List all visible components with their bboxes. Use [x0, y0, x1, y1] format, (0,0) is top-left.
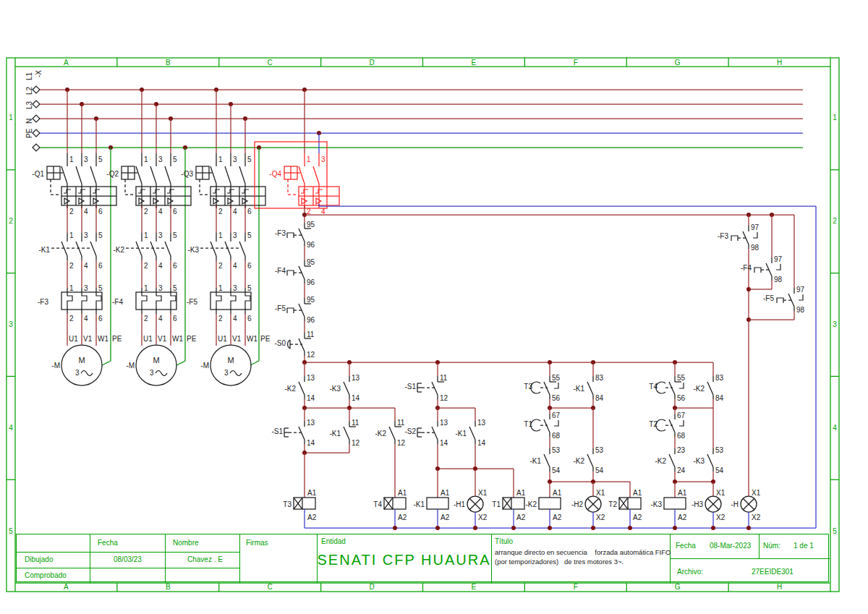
- terminal-label: 14: [440, 439, 448, 447]
- symbol-path: [96, 292, 101, 307]
- terminal-label: 1: [218, 155, 223, 163]
- col-label: E: [472, 59, 477, 67]
- device-label: T1: [492, 500, 501, 508]
- terminal-label: 2: [69, 315, 74, 323]
- terminal-label: 97: [774, 255, 783, 263]
- terminal-label: 97: [796, 286, 805, 294]
- terminal-label: 5: [247, 155, 252, 163]
- row-label: 3: [833, 320, 837, 328]
- terminal-label: A2: [633, 513, 642, 521]
- terminal-label: 11: [397, 419, 405, 427]
- terminal-label: 2: [218, 315, 223, 323]
- terminal-label: 3: [233, 155, 237, 163]
- wire: [299, 166, 305, 184]
- terminal-label: 83: [595, 374, 604, 382]
- terminal-label: 68: [552, 432, 561, 440]
- symbol-path: [142, 292, 147, 307]
- wire: [544, 419, 550, 432]
- device-label: -F5: [763, 294, 774, 302]
- row-label: 4: [9, 424, 13, 432]
- symbol-path: [33, 86, 40, 93]
- terminal-label: 3: [233, 284, 237, 292]
- label: PE: [112, 335, 122, 343]
- symbol-path: [156, 371, 167, 376]
- junction-dot: [628, 526, 632, 530]
- device-label: -K2: [693, 385, 705, 393]
- label: PE: [187, 335, 197, 343]
- junction-dot: [746, 526, 751, 530]
- terminal-label: 84: [595, 394, 604, 402]
- motor-circle: [210, 345, 251, 385]
- wire: [90, 166, 96, 184]
- device-label: -F4: [275, 267, 286, 275]
- wire: [225, 166, 231, 184]
- terminal-label: 56: [677, 394, 686, 402]
- terminal-label: 3: [158, 231, 163, 239]
- outline: [427, 498, 448, 509]
- col-label: F: [574, 59, 578, 67]
- col-label: G: [675, 59, 681, 67]
- terminal-label: 96: [307, 278, 315, 286]
- motor-letter: M: [227, 356, 234, 364]
- wire: [102, 361, 111, 365]
- tb-divider: [239, 534, 240, 583]
- terminal-label: A2: [516, 513, 526, 521]
- terminal-label: 1: [218, 231, 223, 239]
- tb-divider: [670, 558, 830, 559]
- terminal-label: 3: [158, 284, 163, 292]
- wire: [544, 382, 550, 395]
- terminal-label: 98: [774, 276, 783, 283]
- symbol-path: [231, 292, 236, 307]
- col-label: H: [777, 583, 782, 591]
- tb-archivo-label: Archivo:: [677, 568, 703, 576]
- tb-dibujado-nombre: Chavez . E: [187, 555, 223, 563]
- terminal-label: 24: [677, 466, 686, 474]
- device-label: -K1: [455, 430, 467, 438]
- wire: [669, 382, 675, 395]
- symbol-path: [33, 101, 40, 108]
- rung-d-k3-sequence: 5556T48384-K26768T22324-K25354-K3: [649, 362, 723, 498]
- wire: [136, 166, 142, 184]
- device-label: -K2: [375, 430, 386, 438]
- device-label: -Q3: [181, 170, 193, 178]
- wire: [544, 454, 550, 467]
- col-label: H: [777, 59, 782, 67]
- terminal-label: A2: [678, 513, 687, 521]
- device-label: -Q2: [106, 170, 119, 178]
- wire: [90, 242, 96, 256]
- label: -X: [35, 70, 43, 77]
- device-label: -F4: [112, 298, 123, 306]
- device-label: -F3: [38, 298, 48, 306]
- terminal-label: 5: [98, 231, 103, 239]
- device-label: -K2: [284, 385, 296, 393]
- terminal-label: X2: [596, 513, 605, 521]
- terminal-label: 53: [552, 446, 561, 454]
- wire: [432, 382, 438, 395]
- terminal-label: X1: [478, 489, 488, 497]
- device-label: -K1: [573, 385, 584, 393]
- terminal-label: 68: [677, 432, 686, 440]
- tb-nombre-header: Nombre: [173, 539, 199, 547]
- label: U1: [143, 335, 153, 343]
- terminal-label: 6: [98, 262, 103, 270]
- tb-fecha2-label: Fecha: [676, 542, 696, 550]
- terminal-label: 6: [247, 315, 252, 323]
- device-label: -S1: [271, 427, 283, 435]
- motor-phase: 3: [224, 369, 229, 377]
- col-label: C: [268, 583, 273, 591]
- tb-num-label: Núm:: [763, 542, 780, 550]
- symbol-path: [731, 236, 738, 241]
- terminal-label: 53: [595, 446, 604, 454]
- tb-divider: [491, 534, 492, 583]
- wire: [150, 242, 156, 256]
- device-label: -Q1: [32, 170, 44, 178]
- terminal-label: 1: [69, 155, 74, 163]
- terminal-label: 54: [715, 466, 724, 474]
- label: V1: [232, 335, 242, 343]
- rung-a-timers: 1314-K21314-K31314-S11112-K11112-K2: [271, 362, 405, 498]
- col-label: F: [574, 583, 578, 591]
- terminal-label: 5: [173, 284, 177, 292]
- device-label: -K3: [187, 246, 199, 254]
- symbol-path: [245, 292, 250, 307]
- junction-dot: [511, 526, 516, 530]
